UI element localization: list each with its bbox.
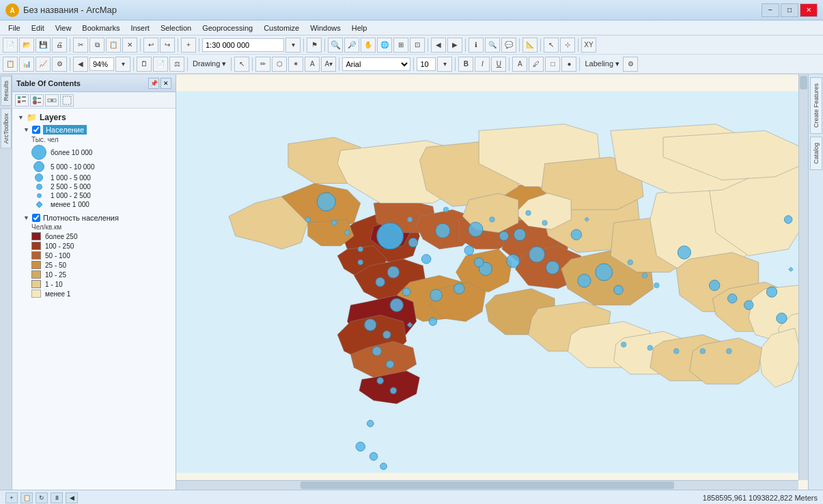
status-btn2[interactable]: 📋 [20, 492, 33, 503]
menu-help[interactable]: Help [346, 23, 373, 33]
draw-tool5[interactable]: A▾ [321, 57, 336, 72]
zoom-out-btn[interactable]: 🔎 [344, 38, 359, 53]
menu-edit[interactable]: Edit [26, 23, 50, 33]
tb2-4[interactable]: ⚙ [52, 57, 67, 72]
find-btn[interactable]: 🔍 [485, 38, 500, 53]
toc-list-by-visibility[interactable] [45, 94, 59, 107]
menu-customize[interactable]: Customize [258, 23, 305, 33]
page-layout-btn[interactable]: 🗒 [137, 57, 152, 72]
undo-btn[interactable]: ↩ [143, 38, 158, 53]
menu-insert[interactable]: Insert [125, 23, 155, 33]
add-data-btn[interactable]: + [5, 492, 18, 503]
layer2-name[interactable]: Плотность населения [43, 214, 119, 222]
toc-list-by-source[interactable] [30, 94, 44, 107]
tool1[interactable]: ⚑ [307, 38, 322, 53]
zoom-in-btn[interactable]: 🔍 [328, 38, 343, 53]
italic-btn[interactable]: I [475, 57, 490, 72]
minimize-button[interactable]: − [762, 3, 779, 17]
highlight-btn[interactable]: 🖊 [529, 57, 544, 72]
underline-btn[interactable]: U [491, 57, 506, 72]
status-pause-btn[interactable]: ⏸ [51, 492, 63, 503]
menu-windows[interactable]: Windows [305, 23, 346, 33]
bold-btn[interactable]: B [458, 57, 473, 72]
outline-btn[interactable]: □ [545, 57, 560, 72]
identify-btn[interactable]: ℹ [469, 38, 484, 53]
arrow-tool[interactable]: ↖ [544, 38, 559, 53]
maximize-button[interactable]: □ [781, 3, 798, 17]
toc-list-by-drawing-order[interactable] [15, 94, 29, 107]
font-size-dropdown[interactable]: ▾ [437, 57, 452, 72]
svg-point-95 [377, 378, 384, 384]
nav-btn[interactable]: + [181, 38, 196, 53]
open-btn[interactable]: 📂 [19, 38, 34, 53]
shadow-btn[interactable]: ● [561, 57, 576, 72]
font-color-btn[interactable]: A [512, 57, 527, 72]
menu-geoprocessing[interactable]: Geoprocessing [197, 23, 258, 33]
paste-btn[interactable]: 📋 [106, 38, 121, 53]
forward-btn[interactable]: ▶ [447, 38, 462, 53]
toc-pin-btn[interactable]: 📌 [148, 78, 159, 89]
map-vscrollbar[interactable] [798, 74, 808, 480]
catalog-tab[interactable]: Catalog [810, 137, 822, 170]
menu-view[interactable]: View [50, 23, 77, 33]
layers-expand-icon[interactable]: ▼ [18, 114, 24, 121]
cursor-tool[interactable]: ⊹ [560, 38, 575, 53]
copy-btn[interactable]: ⧉ [89, 38, 104, 53]
map-area[interactable]: .reg-pale { fill: #f5e8c0; stroke: #888;… [176, 74, 808, 490]
close-button[interactable]: ✕ [800, 3, 818, 17]
status-btn3[interactable]: ↻ [36, 492, 48, 503]
maptips-btn[interactable]: 💬 [501, 38, 516, 53]
drawing-label[interactable]: Drawing ▾ [191, 59, 228, 68]
sep15 [231, 57, 232, 71]
fixedzoom-btn[interactable]: ⊡ [410, 38, 425, 53]
create-features-tab[interactable]: Create Features [810, 77, 822, 134]
globe-btn[interactable]: 🌐 [377, 38, 392, 53]
tb2-1[interactable]: 📋 [3, 57, 18, 72]
fullextent-btn[interactable]: ⊞ [393, 38, 408, 53]
pan-btn[interactable]: ✋ [361, 38, 376, 53]
geocode-btn[interactable]: XY [581, 38, 596, 53]
draw-tool1[interactable]: ✏ [255, 57, 270, 72]
cut-btn[interactable]: ✂ [73, 38, 88, 53]
status-btn5[interactable]: ◀ [66, 492, 78, 503]
draw-tool2[interactable]: ⬡ [272, 57, 287, 72]
scale-bar-btn[interactable]: ⚖ [169, 57, 184, 72]
save-btn[interactable]: 💾 [36, 38, 51, 53]
font-size-input[interactable] [417, 57, 436, 71]
font-family-select[interactable]: Arial [342, 57, 410, 71]
page-layout2-btn[interactable]: 📄 [153, 57, 168, 72]
menu-file[interactable]: File [3, 23, 26, 33]
redo-btn[interactable]: ↪ [160, 38, 175, 53]
select-arrow[interactable]: ↖ [234, 57, 249, 72]
layer1-expand-icon[interactable]: ▼ [23, 126, 29, 133]
svg-point-116 [673, 348, 679, 354]
scale-dropdown[interactable]: ▾ [285, 38, 301, 53]
arctoolbox-tab[interactable]: ArcToolbox [1, 109, 12, 149]
layer2-expand-icon[interactable]: ▼ [23, 214, 29, 221]
delete-btn[interactable]: ✕ [122, 38, 137, 53]
map-hscrollbar[interactable] [176, 480, 798, 490]
draw-tool4[interactable]: A [305, 57, 320, 72]
labeling-options-btn[interactable]: ⚙ [623, 57, 638, 72]
menu-selection[interactable]: Selection [155, 23, 197, 33]
labeling-label[interactable]: Labeling ▾ [583, 59, 622, 68]
print-btn[interactable]: 🖨 [52, 38, 67, 53]
svg-point-8 [33, 100, 37, 104]
measure-btn[interactable]: 📐 [522, 38, 538, 53]
layer1-name[interactable]: Население [43, 125, 87, 135]
menu-bookmarks[interactable]: Bookmarks [76, 23, 125, 33]
tb2-2[interactable]: 📊 [19, 57, 34, 72]
results-tab[interactable]: Results [1, 76, 12, 106]
layer2-checkbox[interactable] [32, 214, 40, 222]
tb2-3[interactable]: 📈 [36, 57, 51, 72]
draw-tool3[interactable]: ✶ [288, 57, 303, 72]
new-btn[interactable]: 📄 [3, 38, 18, 53]
back-btn[interactable]: ◀ [431, 38, 446, 53]
zoom-pct-input[interactable] [89, 57, 114, 71]
scale-input[interactable]: 1:30 000 000 [202, 38, 284, 52]
layer1-checkbox[interactable] [32, 126, 40, 134]
toc-list-by-selection[interactable] [60, 94, 74, 107]
zoom-pct-up[interactable]: ▾ [115, 57, 130, 72]
toc-close-btn[interactable]: ✕ [161, 78, 171, 89]
zoom-pct-down[interactable]: ◀ [73, 57, 88, 72]
